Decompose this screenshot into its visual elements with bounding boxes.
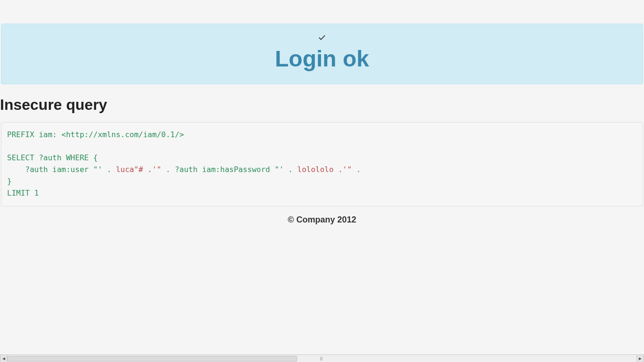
code-error-fragment: luca"# .'" [116, 165, 161, 174]
page-scroll-container: Login ok Insecure query PREFIX iam: <htt… [0, 0, 644, 354]
scroll-left-arrow[interactable]: ◄ [0, 355, 8, 362]
code-error-fragment: lolololo .'" [298, 165, 352, 174]
code-line: PREFIX iam: <http://xmlns.com/iam/0.1/> [7, 130, 184, 139]
code-line: . [352, 165, 365, 174]
scroll-track[interactable] [8, 355, 636, 362]
code-line: SELECT ?auth WHERE { [7, 153, 98, 162]
code-line: ?auth iam:user "' . [7, 165, 116, 174]
query-codebox: PREFIX iam: <http://xmlns.com/iam/0.1/> … [1, 122, 643, 206]
scroll-thumb[interactable] [8, 356, 297, 362]
footer-text: © Company 2012 [0, 215, 644, 225]
scroll-right-arrow[interactable]: ► [636, 355, 644, 362]
alert-title: Login ok [1, 47, 643, 72]
code-line: LIMIT 1 [7, 189, 39, 197]
scroll-grip [320, 357, 324, 361]
code-line: } [7, 177, 12, 186]
section-heading: Insecure query [0, 96, 644, 114]
code-line: . ?auth iam:hasPassword "' . [161, 165, 298, 174]
horizontal-scrollbar[interactable]: ◄ ► [0, 354, 644, 362]
login-success-alert: Login ok [1, 24, 643, 84]
check-icon [317, 33, 327, 45]
